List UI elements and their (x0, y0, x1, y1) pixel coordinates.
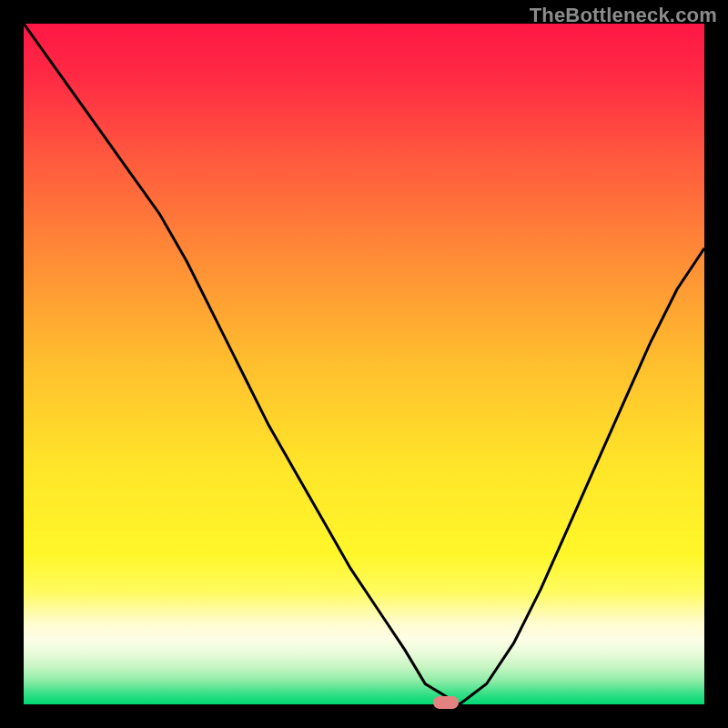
watermark-label: TheBottleneck.com (530, 4, 717, 27)
bottleneck-chart (24, 24, 704, 704)
optimal-point-marker (433, 696, 459, 709)
chart-frame: TheBottleneck.com (0, 0, 728, 728)
gradient-background (24, 24, 704, 704)
